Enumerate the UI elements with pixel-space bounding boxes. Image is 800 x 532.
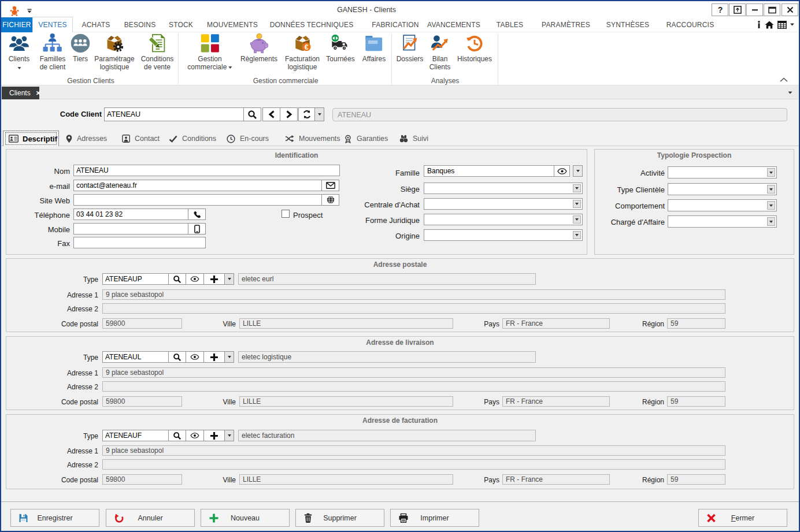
menu-tab-fichier[interactable]: FICHIER [1,17,32,32]
previous-record-button[interactable] [262,107,280,121]
dropdown-button[interactable] [767,168,775,177]
menu-tab-avancements[interactable]: AVANCEMENTS [427,21,480,29]
fermer-button[interactable]: Fermer [698,509,787,527]
comportement-combo[interactable] [668,199,777,211]
search-icon-button[interactable] [168,273,186,285]
tab-en-cours[interactable]: En-cours [227,131,269,146]
help-button[interactable]: ? [712,3,728,16]
ribbon-item-bilan-clients[interactable]: BilanClients [428,32,451,71]
menu-tab-donnees-techniques[interactable]: DONNÉES TECHNIQUES [270,21,354,29]
ribbon-item-facturation-logistique[interactable]: € Facturationlogistique [285,32,320,71]
menu-tab-tables[interactable]: TABLES [497,21,523,29]
ribbon-item-historiques[interactable]: Historiques [457,32,492,63]
eye-icon[interactable] [554,166,569,176]
dropdown-button[interactable] [767,217,775,226]
add-address-button[interactable] [203,430,225,441]
tab-conditions[interactable]: Conditions [169,131,216,146]
tab-adresses[interactable]: Adresses [66,131,107,146]
activite-combo[interactable] [668,166,777,178]
restore-window-button[interactable] [729,3,746,16]
type-clientele-combo[interactable] [668,183,777,195]
dropdown-button[interactable] [573,200,581,208]
ribbon-collapse-icon[interactable] [780,77,788,82]
refresh-button[interactable] [298,107,314,121]
eye-icon-button[interactable] [186,351,204,363]
tab-list-caret-icon[interactable] [788,91,792,94]
dropdown-button[interactable] [573,215,581,224]
ribbon-item-reglements[interactable]: Règlements [240,32,277,63]
eye-icon-button[interactable] [186,273,204,285]
nom-input[interactable] [73,165,340,176]
add-options-caret[interactable] [224,351,234,363]
toolbar-caret-icon[interactable] [790,23,794,26]
next-record-button[interactable] [280,107,298,121]
menu-tab-mouvements[interactable]: MOUVEMENTS [207,21,258,29]
dropdown-button[interactable] [767,201,775,210]
imprimer-button[interactable]: Imprimer [390,509,479,527]
ribbon-item-clients[interactable]: Clients [7,32,32,71]
open-website-button[interactable] [321,194,339,206]
mobile-icon-button[interactable] [188,223,206,235]
telephone-input[interactable] [73,209,188,220]
prospect-checkbox[interactable] [282,210,290,218]
search-client-button[interactable] [243,107,261,121]
menu-tab-parametres[interactable]: PARAMÈTRES [542,21,590,29]
fax-input[interactable] [73,237,206,248]
ribbon-item-tournees[interactable]: Tournées [326,32,354,63]
menu-tab-ventes[interactable]: VENTES [32,17,73,32]
add-options-caret[interactable] [224,430,234,441]
tab-garanties[interactable]: Garanties [344,131,388,146]
refresh-options-caret[interactable] [314,107,324,121]
ribbon-item-conditions-de-vente[interactable]: Conditionsde vente [141,32,174,71]
dropdown-button[interactable] [573,184,581,192]
adresse-postale-type-input[interactable] [102,273,169,285]
menu-tab-fabrication[interactable]: FABRICATION [372,21,418,29]
annuler-button[interactable]: Annuler [106,509,195,527]
ribbon-item-parametrage-logistique[interactable]: Paramétragelogistique [94,32,134,71]
maximize-button[interactable] [764,3,780,16]
ribbon-item-familles-de-client[interactable]: Famillesde client [40,32,66,71]
menu-tab-stock[interactable]: STOCK [169,21,193,29]
tab-suivi[interactable]: Suivi [399,131,428,146]
ribbon-item-gestion-commerciale[interactable]: Gestioncommerciale [187,32,232,71]
minimize-button[interactable] [746,3,763,16]
nouveau-button[interactable]: Nouveau [201,509,290,527]
phone-icon-button[interactable] [188,209,206,220]
famille-combo[interactable]: Banques [424,165,570,177]
home-icon[interactable] [765,21,774,29]
menu-tab-besoins[interactable]: BESOINS [124,21,156,29]
search-icon-button[interactable] [168,430,186,441]
ribbon-item-dossiers[interactable]: Dossiers [397,32,424,63]
add-address-button[interactable] [203,351,225,363]
quick-access-caret-icon[interactable] [27,9,32,13]
enregistrer-button[interactable]: Enregistrer [10,509,99,527]
origine-combo[interactable] [424,229,583,241]
adresse-facturation-type-input[interactable] [102,430,169,441]
tab-descriptif[interactable]: Descriptif [3,131,59,146]
tab-mouvements[interactable]: Mouvements [285,131,340,146]
send-email-button[interactable] [321,180,339,191]
famille-dropdown-button[interactable] [573,165,583,177]
document-tab-clients[interactable]: Clients ✕ [2,87,39,99]
adresse-livraison-type-input[interactable] [102,351,169,363]
dropdown-button[interactable] [767,185,775,194]
add-options-caret[interactable] [224,273,234,285]
eye-icon-button[interactable] [186,430,204,441]
table-grid-icon[interactable] [777,21,787,29]
dropdown-button[interactable] [573,231,581,239]
info-icon[interactable] [757,21,761,28]
supprimer-button[interactable]: Supprimer [295,509,384,527]
menu-tab-raccourcis[interactable]: RACCOURCIS [666,21,714,29]
charge-affaire-combo[interactable] [668,215,777,228]
menu-tab-achats[interactable]: ACHATS [82,21,110,29]
ribbon-item-tiers[interactable]: Tiers [69,32,91,63]
menu-tab-syntheses[interactable]: SYNTHÈSES [606,21,650,29]
tab-contact[interactable]: Contact [122,131,160,146]
add-address-button[interactable] [203,273,225,285]
email-input[interactable] [73,180,322,191]
search-icon-button[interactable] [168,351,186,363]
ribbon-item-affaires[interactable]: Affaires [362,32,386,63]
site-web-input[interactable] [73,194,322,206]
centrale-achat-combo[interactable] [424,198,583,210]
forme-juridique-combo[interactable] [424,214,583,225]
